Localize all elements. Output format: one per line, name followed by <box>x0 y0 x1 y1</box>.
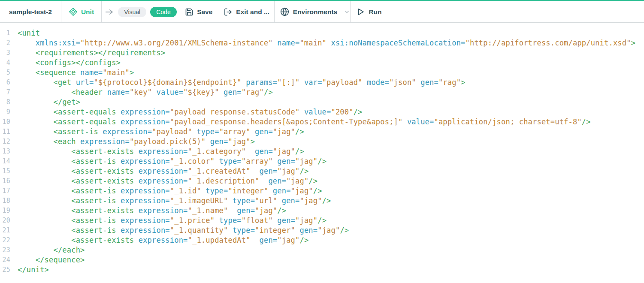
play-icon <box>357 8 365 16</box>
code-line[interactable]: 10 <assert-equals expression="payload_re… <box>0 117 644 127</box>
code-line-content: <get url="${protocol}${domain}${endpoint… <box>13 78 466 87</box>
environments-button[interactable]: Environments <box>275 1 343 22</box>
code-line-content: <assert-exists expression="_1.name" gen=… <box>13 206 286 216</box>
code-line-content: </get> <box>13 97 80 107</box>
line-number: 10 <box>0 117 13 127</box>
save-icon <box>185 8 194 16</box>
code-line[interactable]: 24 </sequence> <box>0 255 644 265</box>
mode-switcher: Visual Code <box>102 1 180 22</box>
code-line[interactable]: 8 </get> <box>0 97 644 107</box>
code-line[interactable]: 20 <assert-is expression="_1.price" type… <box>0 216 644 226</box>
save-label: Save <box>197 8 212 16</box>
code-line[interactable]: 7 <header name="key" value="${key}" gen=… <box>0 87 644 97</box>
code-line-content: </unit> <box>13 265 49 275</box>
code-line[interactable]: 12 <each expression="payload.pick(5)" ge… <box>0 137 644 147</box>
code-line-content: <each expression="payload.pick(5)" gen="… <box>13 137 255 147</box>
line-number: 7 <box>0 87 13 97</box>
code-line[interactable]: 6 <get url="${protocol}${domain}${endpoi… <box>0 78 644 87</box>
line-number: 12 <box>0 137 13 147</box>
code-line[interactable]: 2 xmlns:xsi="http://www.w3.org/2001/XMLS… <box>0 38 644 48</box>
toolbar-spacer <box>388 1 644 22</box>
line-number: 5 <box>0 68 13 78</box>
code-line-content: <sequence name="main"> <box>13 68 134 78</box>
unit-label: Unit <box>81 8 94 16</box>
line-number: 11 <box>0 127 13 137</box>
code-line-content: <assert-exists expression="_1.updatedAt"… <box>13 235 308 245</box>
line-number: 25 <box>0 265 13 275</box>
line-number: 8 <box>0 97 13 107</box>
code-line[interactable]: 4 <configs></configs> <box>0 58 644 68</box>
line-number: 9 <box>0 107 13 117</box>
code-line-content: <assert-is expression="_1.color" type="a… <box>13 157 327 166</box>
code-line[interactable]: 15 <assert-exists expression="_1.created… <box>0 166 644 176</box>
line-number: 16 <box>0 176 13 186</box>
line-number: 6 <box>0 78 13 87</box>
code-line-content: <assert-equals expression="payload_respo… <box>13 107 363 117</box>
run-button[interactable]: Run <box>351 1 388 22</box>
code-line[interactable]: 21 <assert-is expression="_1.quantity" t… <box>0 226 644 235</box>
code-line[interactable]: 9 <assert-equals expression="payload_res… <box>0 107 644 117</box>
line-number: 13 <box>0 147 13 157</box>
line-number: 15 <box>0 166 13 176</box>
code-line[interactable]: 11 <assert-is expression="payload" type=… <box>0 127 644 137</box>
save-button[interactable]: Save <box>185 8 212 16</box>
exit-icon <box>224 8 233 16</box>
code-line[interactable]: 1<unit <box>0 28 644 38</box>
code-line[interactable]: 25</unit> <box>0 265 644 275</box>
code-line-content: xmlns:xsi="http://www.w3.org/2001/XMLSch… <box>13 38 635 48</box>
line-number: 17 <box>0 186 13 196</box>
code-line-content: </sequence> <box>13 255 85 265</box>
line-number: 24 <box>0 255 13 265</box>
code-line-content: <assert-is expression="_1.price" type="f… <box>13 216 327 226</box>
exit-button[interactable]: Exit and ... <box>224 8 269 16</box>
line-number: 22 <box>0 235 13 245</box>
code-line-content: <assert-is expression="_1.quantity" type… <box>13 226 349 235</box>
code-line-content: <assert-is expression="_1.id" type="inte… <box>13 186 322 196</box>
code-line-content: <assert-is expression="_1.imageURL" type… <box>13 196 331 206</box>
line-number: 23 <box>0 245 13 255</box>
run-label: Run <box>369 8 381 16</box>
line-number: 2 <box>0 38 13 48</box>
gutter-divider <box>17 23 17 281</box>
code-lines: 1<unit2 xmlns:xsi="http://www.w3.org/200… <box>0 28 644 275</box>
code-editor[interactable]: 1<unit2 xmlns:xsi="http://www.w3.org/200… <box>0 23 644 281</box>
environments-label: Environments <box>293 8 337 16</box>
code-line-content: <requirements></requirements> <box>13 48 165 58</box>
unit-tab[interactable]: Unit <box>61 1 102 22</box>
code-line[interactable]: 13 <assert-exists expression="_1.categor… <box>0 147 644 157</box>
code-line-content: <configs></configs> <box>13 58 121 68</box>
line-number: 3 <box>0 48 13 58</box>
test-title-label: sample-test-2 <box>9 8 52 16</box>
code-line[interactable]: 22 <assert-exists expression="_1.updated… <box>0 235 644 245</box>
arrow-right-icon <box>105 9 114 15</box>
code-line-content: <assert-exists expression="_1.createdAt"… <box>13 166 308 176</box>
code-line[interactable]: 3 <requirements></requirements> <box>0 48 644 58</box>
code-line-content: </each> <box>13 245 85 255</box>
code-line[interactable]: 16 <assert-exists expression="_1.descrip… <box>0 176 644 186</box>
chevron-down-icon <box>344 9 350 15</box>
code-line-content: <assert-exists expression="_1.category" … <box>13 147 304 157</box>
code-line-content: <header name="key" value="${key}" gen="r… <box>13 87 273 97</box>
code-line[interactable]: 17 <assert-is expression="_1.id" type="i… <box>0 186 644 196</box>
line-number: 19 <box>0 206 13 216</box>
file-actions: Save Exit and ... <box>180 1 275 22</box>
code-line[interactable]: 5 <sequence name="main"> <box>0 68 644 78</box>
code-line[interactable]: 23 </each> <box>0 245 644 255</box>
line-number: 18 <box>0 196 13 206</box>
code-mode-button[interactable]: Code <box>150 7 176 17</box>
code-line[interactable]: 14 <assert-is expression="_1.color" type… <box>0 157 644 166</box>
line-number: 1 <box>0 28 13 38</box>
environments-dropdown-toggle[interactable] <box>343 1 351 22</box>
visual-mode-button[interactable]: Visual <box>118 7 146 17</box>
toolbar: sample-test-2 Unit Visual Code <box>0 0 644 23</box>
line-number: 20 <box>0 216 13 226</box>
test-title[interactable]: sample-test-2 <box>0 1 61 22</box>
unit-icon <box>69 7 78 16</box>
code-line[interactable]: 19 <assert-exists expression="_1.name" g… <box>0 206 644 216</box>
line-number: 4 <box>0 58 13 68</box>
code-line[interactable]: 18 <assert-is expression="_1.imageURL" t… <box>0 196 644 206</box>
line-number: 21 <box>0 226 13 235</box>
globe-icon <box>280 7 289 16</box>
code-line-content: <assert-exists expression="_1.descriptio… <box>13 176 317 186</box>
code-line-content: <assert-equals expression="payload_respo… <box>13 117 591 127</box>
